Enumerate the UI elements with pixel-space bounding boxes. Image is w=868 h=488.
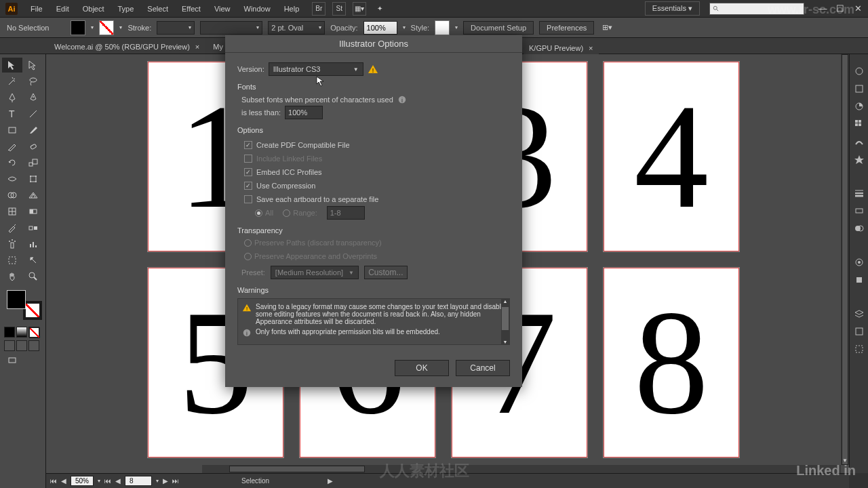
tab-close-icon[interactable]: × xyxy=(589,44,593,52)
embed-icc-checkbox[interactable]: Embed ICC Profiles xyxy=(237,165,510,179)
artboard-nav-field[interactable]: 8 xyxy=(125,476,152,486)
layers-panel-icon[interactable] xyxy=(852,306,867,321)
fill-stroke-control[interactable] xyxy=(4,289,45,321)
gradient-tool[interactable] xyxy=(24,204,44,219)
menu-file[interactable]: File xyxy=(24,3,49,15)
tab-welcome[interactable]: Welcome.ai @ 50% (RGB/GPU Preview)× xyxy=(47,40,206,54)
stroke-panel-icon[interactable] xyxy=(852,186,867,201)
pen-tool[interactable] xyxy=(2,90,22,105)
scale-tool[interactable] xyxy=(24,155,44,170)
preferences-button[interactable]: Preferences xyxy=(539,21,594,35)
libraries-panel-icon[interactable] xyxy=(852,81,867,96)
subset-input[interactable]: 100% xyxy=(285,106,323,119)
zoom-field[interactable]: 50% xyxy=(71,476,94,486)
opacity-input[interactable]: 100% xyxy=(363,21,397,35)
stroke-weight[interactable]: ▾ xyxy=(157,21,195,35)
vertical-scrollbar[interactable]: ▲▼ xyxy=(841,54,849,465)
color-mode-icon[interactable] xyxy=(4,327,15,338)
symbol-sprayer-tool[interactable] xyxy=(2,237,22,251)
type-tool[interactable]: T xyxy=(2,106,22,121)
selection-tool[interactable] xyxy=(2,58,22,73)
maximize-icon[interactable]: ☐ xyxy=(835,3,845,14)
rotate-tool[interactable] xyxy=(2,155,22,170)
swatches-panel-icon[interactable] xyxy=(852,117,867,131)
artboards-panel-icon[interactable] xyxy=(852,342,867,357)
lasso-tool[interactable] xyxy=(24,74,44,89)
artboard-last-icon[interactable]: ⏭ xyxy=(172,477,179,485)
menu-type[interactable]: Type xyxy=(112,3,140,15)
blend-tool[interactable] xyxy=(24,220,44,235)
search-input[interactable] xyxy=(709,3,804,15)
stroke-swatch[interactable] xyxy=(99,20,114,35)
variable-width-profile[interactable]: ▾ xyxy=(200,21,262,35)
column-graph-tool[interactable] xyxy=(24,237,44,251)
menu-effect[interactable]: Effect xyxy=(176,3,207,15)
arrange-docs-icon[interactable]: ▦▾ xyxy=(353,2,366,16)
nav-prev-icon[interactable]: ◀ xyxy=(61,477,66,485)
menu-window[interactable]: Window xyxy=(238,3,277,15)
status-next-icon[interactable]: ▶ xyxy=(328,477,333,485)
shaper-tool[interactable] xyxy=(2,139,22,154)
gradient-panel-icon[interactable] xyxy=(852,203,867,218)
magic-wand-tool[interactable] xyxy=(2,74,22,89)
close-icon[interactable]: ✕ xyxy=(853,3,863,14)
menu-help[interactable]: Help xyxy=(278,3,306,15)
properties-panel-icon[interactable] xyxy=(852,64,867,79)
asset-export-panel-icon[interactable] xyxy=(852,324,867,339)
shape-builder-tool[interactable] xyxy=(2,188,22,203)
color-panel-icon[interactable] xyxy=(852,99,867,114)
brush-definition[interactable]: 2 pt. Oval▾ xyxy=(268,21,325,35)
mesh-tool[interactable] xyxy=(2,204,22,219)
artboard-nav-prev-icon[interactable]: ◀ xyxy=(115,477,121,485)
artboard-tool[interactable] xyxy=(2,253,22,268)
gpu-icon[interactable]: ✦ xyxy=(373,2,387,16)
gradient-mode-icon[interactable] xyxy=(16,327,27,338)
transparency-panel-icon[interactable] xyxy=(852,221,867,236)
tab-close-icon[interactable]: × xyxy=(195,43,199,51)
symbols-panel-icon[interactable] xyxy=(852,152,867,167)
appearance-panel-icon[interactable] xyxy=(852,255,867,270)
hand-tool[interactable] xyxy=(2,269,22,284)
normal-draw-icon[interactable] xyxy=(4,340,15,351)
fill-swatch[interactable] xyxy=(71,20,85,35)
graphic-styles-panel-icon[interactable] xyxy=(852,272,867,287)
rectangle-tool[interactable] xyxy=(2,123,22,138)
eraser-tool[interactable] xyxy=(24,139,44,154)
style-swatch[interactable] xyxy=(435,20,450,35)
artboard-prev-icon[interactable]: ⏮ xyxy=(104,477,111,485)
scroll-down-icon[interactable]: ▼ xyxy=(841,457,849,465)
minimize-icon[interactable]: — xyxy=(818,3,827,14)
menu-edit[interactable]: Edit xyxy=(50,3,75,15)
document-setup-button[interactable]: Document Setup xyxy=(463,21,534,35)
nav-first-icon[interactable]: ⏮ xyxy=(50,477,57,485)
cancel-button[interactable]: Cancel xyxy=(456,360,510,376)
direct-selection-tool[interactable] xyxy=(24,58,44,73)
menu-select[interactable]: Select xyxy=(141,3,174,15)
create-pdf-checkbox[interactable]: Create PDF Compatible File xyxy=(237,138,510,152)
ok-button[interactable]: OK xyxy=(395,360,449,376)
info-icon[interactable]: i xyxy=(397,95,407,104)
artboard-nav-next-icon[interactable]: ▶ xyxy=(163,477,168,485)
perspective-grid-tool[interactable] xyxy=(24,188,44,203)
slice-tool[interactable] xyxy=(24,253,44,268)
line-tool[interactable] xyxy=(24,106,44,121)
width-tool[interactable] xyxy=(2,171,22,186)
paintbrush-tool[interactable] xyxy=(24,123,44,138)
version-dropdown[interactable]: Illustrator CS3▼ xyxy=(269,62,363,76)
eyedropper-tool[interactable] xyxy=(2,220,22,235)
free-transform-tool[interactable] xyxy=(24,171,44,186)
horizontal-scrollbar[interactable] xyxy=(202,465,841,473)
draw-inside-icon[interactable] xyxy=(28,340,39,351)
menu-view[interactable]: View xyxy=(208,3,237,15)
use-compression-checkbox[interactable]: Use Compression xyxy=(237,179,510,192)
curvature-tool[interactable] xyxy=(24,90,44,105)
save-separate-checkbox[interactable]: Save each artboard to a separate file xyxy=(237,192,510,206)
zoom-tool[interactable] xyxy=(24,269,44,284)
screen-mode-icon[interactable] xyxy=(2,353,22,368)
tab-fragment[interactable]: K/GPU Preview)× xyxy=(524,42,599,54)
none-mode-icon[interactable] xyxy=(28,327,39,338)
brushes-panel-icon[interactable] xyxy=(852,134,867,149)
workspace-switcher[interactable]: Essentials ▾ xyxy=(645,1,700,16)
draw-behind-icon[interactable] xyxy=(16,340,27,351)
menu-object[interactable]: Object xyxy=(77,3,111,15)
